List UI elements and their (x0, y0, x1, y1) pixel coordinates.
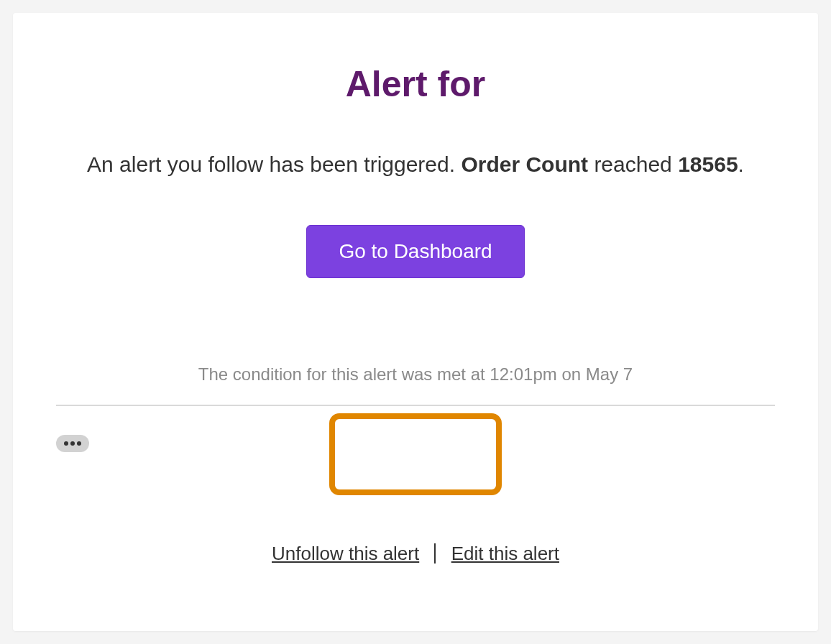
alert-message-suffix: . (738, 152, 744, 176)
edit-alert-link[interactable]: Edit this alert (451, 543, 559, 564)
divider (56, 405, 775, 406)
alert-metric-value: 18565 (678, 152, 738, 176)
alert-metric-name: Order Count (461, 152, 588, 176)
alert-title: Alert for (56, 63, 775, 105)
ellipsis-icon (64, 441, 68, 446)
highlight-box (329, 413, 502, 495)
footer-separator (434, 543, 436, 564)
unfollow-alert-link[interactable]: Unfollow this alert (272, 543, 419, 564)
ellipsis-icon (70, 441, 75, 446)
cta-container: Go to Dashboard (56, 225, 775, 278)
footer-row (56, 435, 775, 521)
alert-message-middle: reached (588, 152, 678, 176)
footer-links: Unfollow this alert Edit this alert (56, 543, 775, 565)
alert-condition-text: The condition for this alert was met at … (56, 364, 775, 385)
alert-message: An alert you follow has been triggered. … (56, 148, 775, 182)
ellipsis-icon (77, 441, 81, 446)
go-to-dashboard-button[interactable]: Go to Dashboard (306, 225, 524, 278)
more-options-button[interactable] (56, 435, 89, 452)
alert-message-prefix: An alert you follow has been triggered. (87, 152, 461, 176)
alert-card: Alert for An alert you follow has been t… (13, 13, 818, 631)
